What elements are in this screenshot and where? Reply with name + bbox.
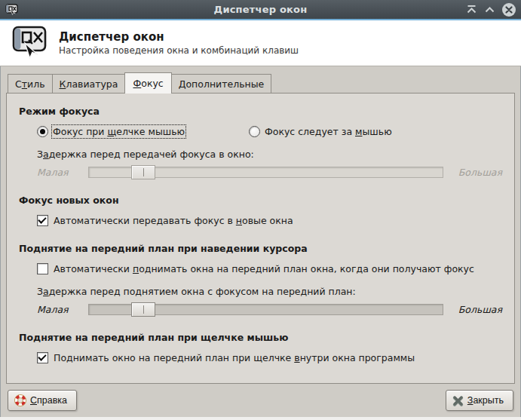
section-heading-raise-click: Поднятие на передний план при щелчке мыш… [19,332,502,343]
check-raise-on-click-label: Поднимать окно на передний план при щелч… [54,352,415,363]
tab-bar: Стиль Клавиатура Фокус Дополнительные [8,72,521,93]
shade-icon[interactable] [466,5,477,14]
window-title: Диспетчер окон [0,4,521,15]
lifebuoy-help-icon [14,394,26,406]
radio-unselected-icon[interactable] [249,126,260,137]
page-title: Диспетчер окон [59,30,299,44]
close-icon[interactable] [502,3,516,17]
slider-handle[interactable] [131,165,155,179]
radio-selected-icon[interactable] [37,126,48,137]
raise-delay-slider[interactable] [88,304,443,315]
x-close-icon [452,395,464,406]
app-window-icon [5,4,18,15]
close-button[interactable]: Закрыть [446,390,513,411]
slider-max-label: Большая [458,167,502,178]
focus-delay-label: Задержка перед передачей фокуса в окно: [37,149,502,160]
check-raise-on-focus-label: Автоматически поднимать окна на передний… [54,263,474,274]
window-manager-app-icon [10,25,49,61]
section-heading-new-windows: Фокус новых окон [19,195,502,206]
titlebar[interactable]: Диспетчер окон [0,0,521,19]
tab-style[interactable]: Стиль [8,74,53,93]
help-button-label: Справка [30,395,67,406]
slider-max-label: Большая [458,304,502,315]
dialog-footer: Справка Закрыть [0,384,521,417]
dialog-header: Диспетчер окон Настройка поведения окна … [0,20,521,66]
check-raise-on-focus[interactable]: Автоматически поднимать окна на передний… [37,263,502,274]
close-button-label: Закрыть [467,395,504,406]
radio-focus-follows-mouse[interactable]: Фокус следует за мышью [249,126,392,137]
focus-delay-slider[interactable] [88,167,443,178]
focus-delay-slider-row: Малая Большая [37,167,502,178]
radio-focus-on-click[interactable]: Фокус при щелчке мышью [37,126,249,137]
slider-min-label: Малая [37,167,73,178]
help-button[interactable]: Справка [8,390,77,411]
section-heading-raise-hover: Поднятие на передний план при наведении … [19,243,502,254]
focus-tab-panel: Режим фокуса Фокус при щелчке мышью Фоку… [6,93,515,384]
check-focus-new-windows[interactable]: Автоматически передавать фокус в новые о… [37,215,502,226]
section-heading-focus-mode: Режим фокуса [19,106,502,117]
window-manager-dialog: Диспетчер окон Д [0,0,521,420]
tab-focus[interactable]: Фокус [124,72,171,94]
tab-advanced[interactable]: Дополнительные [171,74,272,93]
slider-handle[interactable] [131,302,155,317]
radio-focus-follows-mouse-label: Фокус следует за мышью [265,126,392,137]
check-focus-new-windows-label: Автоматически передавать фокус в новые о… [54,215,293,226]
checkbox-unchecked-icon[interactable] [37,263,48,274]
raise-delay-slider-row: Малая Большая [37,304,502,315]
radio-focus-on-click-label: Фокус при щелчке мышью [53,126,185,137]
raise-delay-label: Задержка перед поднятием окна с фокусом … [37,286,502,297]
checkbox-checked-icon[interactable] [37,215,48,226]
slider-min-label: Малая [37,304,73,315]
check-raise-on-click[interactable]: Поднимать окно на передний план при щелч… [37,352,502,363]
checkbox-checked-icon[interactable] [37,352,48,363]
maximize-icon[interactable] [484,5,495,14]
window-bottom-border [0,417,521,420]
tab-keyboard[interactable]: Клавиатура [52,74,126,93]
page-subtitle: Настройка поведения окна и комбинаций кл… [59,45,299,56]
